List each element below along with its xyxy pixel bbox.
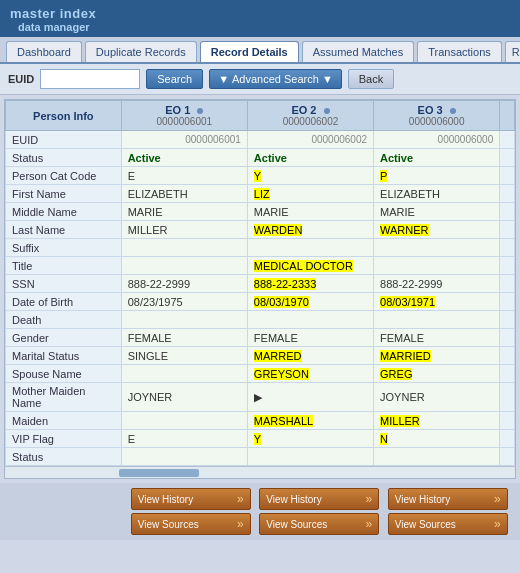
eo1-view-sources-button[interactable]: View Sources » bbox=[131, 513, 251, 535]
table-row: Status bbox=[6, 448, 515, 466]
col-header-eo1: EO 1 0000006001 bbox=[121, 101, 247, 131]
eo2-footer: View History » View Sources » bbox=[259, 488, 379, 535]
scroll-spacer bbox=[500, 149, 515, 167]
field-value: MARRIED bbox=[374, 347, 500, 365]
field-value: Y bbox=[247, 167, 373, 185]
arrow-icon: » bbox=[237, 517, 244, 531]
field-label: SSN bbox=[6, 275, 122, 293]
field-value: WARDEN bbox=[247, 221, 373, 239]
eo3-view-history-button[interactable]: View History » bbox=[388, 488, 508, 510]
field-label: Title bbox=[6, 257, 122, 275]
field-value bbox=[374, 239, 500, 257]
nav-tabs: Dashboard Duplicate Records Record Detai… bbox=[0, 37, 520, 64]
data-table: Person Info EO 1 0000006001 EO 2 0000006… bbox=[5, 100, 515, 466]
col-header-eo3: EO 3 0000006000 bbox=[374, 101, 500, 131]
field-value: MARRED bbox=[247, 347, 373, 365]
field-value: 0000006002 bbox=[247, 131, 373, 149]
field-value: Y bbox=[247, 430, 373, 448]
scroll-spacer bbox=[500, 275, 515, 293]
field-value: 888-22-2999 bbox=[374, 275, 500, 293]
tab-record-details[interactable]: Record Details bbox=[200, 41, 299, 62]
field-label: Status bbox=[6, 448, 122, 466]
tab-transactions[interactable]: Transactions bbox=[417, 41, 502, 62]
field-value: LIZ bbox=[247, 185, 373, 203]
table-row: Death bbox=[6, 311, 515, 329]
field-value: MILLER bbox=[374, 412, 500, 430]
app-title-main: master index bbox=[10, 6, 510, 21]
field-value: 888-22-2999 bbox=[121, 275, 247, 293]
field-label: Gender bbox=[6, 329, 122, 347]
scroll-spacer bbox=[500, 347, 515, 365]
field-value: E bbox=[121, 430, 247, 448]
data-table-wrapper[interactable]: Person Info EO 1 0000006001 EO 2 0000006… bbox=[5, 100, 515, 466]
field-value: WARNER bbox=[374, 221, 500, 239]
euid-label: EUID bbox=[8, 73, 34, 85]
scrollbar-thumb[interactable] bbox=[119, 469, 199, 477]
table-row: Last NameMILLERWARDENWARNER bbox=[6, 221, 515, 239]
field-value: Active bbox=[247, 149, 373, 167]
table-row: Person Cat CodeEYP bbox=[6, 167, 515, 185]
table-row: Mother Maiden NameJOYNER▶JOYNER bbox=[6, 383, 515, 412]
field-value: N bbox=[374, 430, 500, 448]
field-value: 0000006001 bbox=[121, 131, 247, 149]
field-value: MEDICAL DOCTOR bbox=[247, 257, 373, 275]
arrow-icon: » bbox=[237, 492, 244, 506]
table-row: Marital StatusSINGLEMARREDMARRIED bbox=[6, 347, 515, 365]
footer-spacer bbox=[12, 488, 122, 535]
arrow-icon: » bbox=[494, 517, 501, 531]
arrow-icon: » bbox=[494, 492, 501, 506]
advanced-search-button[interactable]: ▼ Advanced Search ▼ bbox=[209, 69, 342, 89]
tab-duplicate-records[interactable]: Duplicate Records bbox=[85, 41, 197, 62]
scroll-spacer bbox=[500, 131, 515, 149]
euid-input[interactable] bbox=[40, 69, 140, 89]
eo2-view-sources-button[interactable]: View Sources » bbox=[259, 513, 379, 535]
field-value: MARIE bbox=[247, 203, 373, 221]
search-button[interactable]: Search bbox=[146, 69, 203, 89]
field-label: Marital Status bbox=[6, 347, 122, 365]
tab-assumed-matches[interactable]: Assumed Matches bbox=[302, 41, 414, 62]
tab-dashboard[interactable]: Dashboard bbox=[6, 41, 82, 62]
field-value: MARIE bbox=[121, 203, 247, 221]
field-label: Death bbox=[6, 311, 122, 329]
field-label: VIP Flag bbox=[6, 430, 122, 448]
scroll-spacer bbox=[500, 239, 515, 257]
field-label: Last Name bbox=[6, 221, 122, 239]
eo2-view-history-button[interactable]: View History » bbox=[259, 488, 379, 510]
table-row: TitleMEDICAL DOCTOR bbox=[6, 257, 515, 275]
table-row: First NameELIZABETHLIZELIZABETH bbox=[6, 185, 515, 203]
field-value: FEMALE bbox=[247, 329, 373, 347]
chevron-down-icon-2: ▼ bbox=[322, 73, 333, 85]
field-value: 0000006000 bbox=[374, 131, 500, 149]
table-row: StatusActiveActiveActive bbox=[6, 149, 515, 167]
field-value: Active bbox=[374, 149, 500, 167]
scroll-spacer bbox=[500, 412, 515, 430]
table-row: GenderFEMALEFEMALEFEMALE bbox=[6, 329, 515, 347]
field-value: JOYNER bbox=[121, 383, 247, 412]
eo3-view-sources-button[interactable]: View Sources » bbox=[388, 513, 508, 535]
field-value bbox=[121, 311, 247, 329]
app-header: master index data manager bbox=[0, 0, 520, 37]
col-header-eo2: EO 2 0000006002 bbox=[247, 101, 373, 131]
table-row: SSN888-22-2999888-22-2333888-22-2999 bbox=[6, 275, 515, 293]
back-button[interactable]: Back bbox=[348, 69, 394, 89]
arrow-icon: » bbox=[366, 517, 373, 531]
field-label: Middle Name bbox=[6, 203, 122, 221]
field-value: MARIE bbox=[374, 203, 500, 221]
app-title-sub: data manager bbox=[10, 21, 510, 33]
scroll-spacer bbox=[500, 448, 515, 466]
scroll-indicator[interactable] bbox=[5, 466, 515, 478]
field-label: Mother Maiden Name bbox=[6, 383, 122, 412]
scroll-spacer bbox=[500, 167, 515, 185]
field-value bbox=[247, 239, 373, 257]
field-value bbox=[121, 365, 247, 383]
table-row: Suffix bbox=[6, 239, 515, 257]
tab-repo[interactable]: Repo bbox=[505, 41, 520, 62]
field-value: Active bbox=[121, 149, 247, 167]
eo3-footer: View History » View Sources » bbox=[388, 488, 508, 535]
scroll-spacer bbox=[500, 329, 515, 347]
field-value: ▶ bbox=[247, 383, 373, 412]
scroll-spacer bbox=[500, 221, 515, 239]
field-value bbox=[374, 257, 500, 275]
scroll-col bbox=[500, 101, 515, 131]
eo1-view-history-button[interactable]: View History » bbox=[131, 488, 251, 510]
